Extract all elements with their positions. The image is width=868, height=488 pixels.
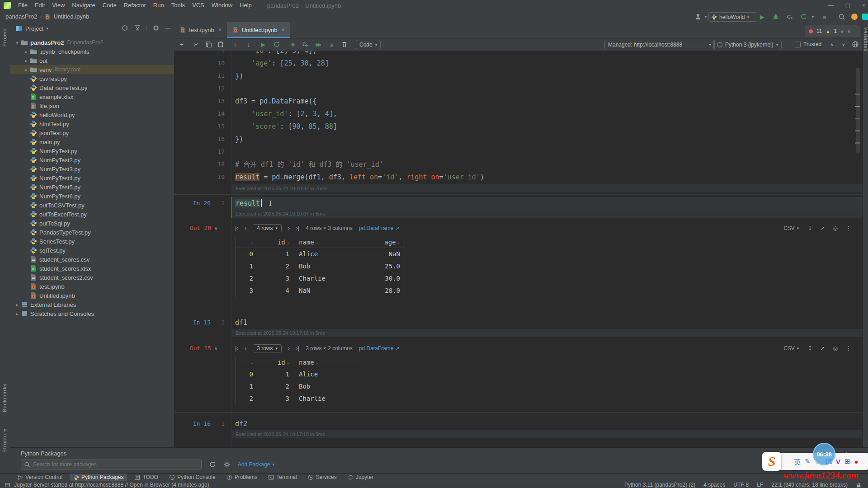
prev-problem-icon[interactable]: ∧ <box>840 29 844 34</box>
tree-item-pandastypetest-py[interactable]: PandasTypeTest.py <box>10 228 174 237</box>
tool-window-button-terminal[interactable]: Terminal <box>264 474 300 481</box>
project-panel-title[interactable]: Project <box>25 25 43 32</box>
more-options-icon[interactable]: ⋮ <box>846 345 851 352</box>
table-cell[interactable]: Alice <box>294 368 362 380</box>
next-cell-button[interactable]: ∨ <box>839 40 849 49</box>
code-line[interactable]: result = pd.merge(df1, df3, left_on='id'… <box>235 171 484 183</box>
menu-run[interactable]: Run <box>150 2 168 9</box>
tree-item-numpytest4-py[interactable]: NumPyTest4.py <box>10 174 174 183</box>
tree-item-student-scores2-csv[interactable]: student_scores2.csv <box>10 273 174 282</box>
cell-type-dropdown[interactable]: Code ▾ <box>356 40 381 49</box>
interrupt-kernel-button[interactable]: ■ <box>288 40 298 49</box>
profiler-button[interactable] <box>799 12 808 21</box>
locate-file-icon[interactable] <box>121 24 128 32</box>
tree-item-outtosql-py[interactable]: outToSql.py <box>10 219 174 228</box>
table-row[interactable]: 34NaN28.0 <box>236 285 405 297</box>
tree-item-example-xlsx[interactable]: Xexample.xlsx <box>10 92 174 101</box>
pager-prev-button[interactable]: ‹ <box>245 345 246 352</box>
more-options-icon[interactable]: ⋮ <box>846 225 851 231</box>
open-in-new-icon[interactable]: ↗ <box>820 225 825 231</box>
status-widget[interactable]: Python 3.11 (pandasPro2) (2) <box>624 482 695 488</box>
tree-item-test-ipynb[interactable]: test.ipynb <box>10 282 174 291</box>
tree-item-jsontest-py[interactable]: jsonTest.py <box>10 128 174 137</box>
table-cell[interactable]: 4 <box>258 285 294 297</box>
tree-item-numpytest5-py[interactable]: NumPyTest5.py <box>10 183 174 192</box>
table-cell[interactable]: 3 <box>258 272 294 285</box>
table-cell[interactable]: 1 <box>236 380 258 393</box>
table-cell[interactable]: 1 <box>258 368 294 380</box>
cut-cell-button[interactable]: ✂ <box>191 40 201 49</box>
packages-settings-icon[interactable] <box>223 461 231 468</box>
project-view-dropdown-icon[interactable]: ▾ <box>46 26 48 31</box>
table-row[interactable]: 01AliceNaN <box>236 248 405 260</box>
status-message[interactable]: Jupyter Server started at http://localho… <box>14 482 209 488</box>
view-options-icon[interactable]: ◎ <box>833 225 838 231</box>
dataframe-class-link[interactable]: pd.DataFrame ↗ <box>359 345 400 352</box>
input-cell[interactable]: result <box>232 197 863 210</box>
tree-item-outtocsvtest-py[interactable]: outToCSVTest.py <box>10 201 174 210</box>
tree-item-htmltest-py[interactable]: htmlTest.py <box>10 119 174 128</box>
tree-item-csvtest-py[interactable]: csvTest.py <box>10 74 174 83</box>
table-cell[interactable]: 0 <box>236 248 258 260</box>
table-cell[interactable]: 2 <box>258 380 294 393</box>
tree-item-scratches-and-consoles[interactable]: ▸Scratches and Consoles <box>10 309 174 318</box>
table-cell[interactable]: Bob <box>294 380 362 393</box>
tree-item-outtoexceltest-py[interactable]: outToExcelTest.py <box>10 210 174 219</box>
page-size-dropdown[interactable]: 4 rows▾ <box>253 224 282 232</box>
code-line[interactable]: # 合并 df1 的 'id' 和 df3 的 'user_id' <box>235 158 383 171</box>
tree-item-seriestest-py[interactable]: SeriesTest.py <box>10 237 174 246</box>
panel-settings-icon[interactable] <box>152 24 160 32</box>
status-widget[interactable]: 4 spaces <box>703 482 725 488</box>
menu-vcs[interactable]: VCS <box>189 2 208 9</box>
tab-close-icon[interactable]: × <box>281 27 284 33</box>
pager-next-button[interactable]: › <box>288 225 290 231</box>
tree-item-dataframetest-py[interactable]: DataFrameTest.py <box>10 83 174 92</box>
plugin-badge-icon[interactable] <box>850 12 859 21</box>
move-cell-up-button[interactable]: ↑ <box>230 40 240 49</box>
column-header-age[interactable]: age▾ <box>362 237 405 248</box>
tree-chevron-icon[interactable]: ▾ <box>14 40 20 45</box>
menu-view[interactable]: View <box>48 2 68 9</box>
next-problem-icon[interactable]: ∨ <box>847 29 850 34</box>
restart-kernel-button[interactable] <box>272 40 282 49</box>
tree-item-pandaspro2[interactable]: ▾pandasPro2D:\pandasPro2 <box>10 38 174 47</box>
pager-last-button[interactable]: ›| <box>296 345 299 352</box>
kernel-dropdown[interactable]: Python 3 (ipykernel) ▾ <box>713 40 782 49</box>
tool-window-button-problems[interactable]: Problems <box>223 474 261 481</box>
table-cell[interactable]: 0 <box>236 368 258 380</box>
move-cell-down-button[interactable]: ↓ <box>244 40 254 49</box>
ime-hot-icon[interactable]: ● <box>854 458 858 465</box>
column-header-name[interactable]: name▾ <box>294 237 362 248</box>
run-configuration-dropdown[interactable]: helloWorld ▾ <box>708 12 757 22</box>
open-in-new-icon[interactable]: ↗ <box>820 345 825 352</box>
ide-settings-icon[interactable] <box>861 12 868 21</box>
pager-first-button[interactable]: |‹ <box>235 225 238 231</box>
table-row[interactable]: 23Charlie <box>236 393 362 405</box>
input-cell[interactable]: df1 <box>232 316 863 329</box>
pager-prev-button[interactable]: ‹ <box>245 225 246 231</box>
tree-item-untitled-ipynb[interactable]: Untitled.ipynb <box>10 291 174 300</box>
tool-window-button-python-console[interactable]: Python Console <box>165 474 219 481</box>
table-cell[interactable]: 1 <box>236 260 258 272</box>
table-cell[interactable]: NaN <box>362 248 405 260</box>
table-cell[interactable]: Charlie <box>294 272 362 285</box>
status-widget[interactable]: LF <box>757 482 763 488</box>
run-cell-button[interactable]: ▶ <box>258 40 268 49</box>
restart-and-run-all-button[interactable]: C <box>301 40 311 49</box>
editor-tab-test-ipynb[interactable]: test.ipynb× <box>174 22 227 38</box>
page-size-dropdown[interactable]: 3 rows▾ <box>253 344 282 352</box>
tree-chevron-icon[interactable]: ▸ <box>14 311 20 316</box>
view-options-icon[interactable]: ◎ <box>833 345 838 352</box>
tree-item-out[interactable]: ▸out <box>10 56 174 65</box>
code-line[interactable]: }) <box>235 133 243 145</box>
table-cell[interactable]: 28.0 <box>362 285 405 297</box>
tree-item-venv[interactable]: ▸venvlibrary root <box>10 65 174 74</box>
clear-outputs-button[interactable]: ▲ <box>327 40 337 49</box>
tab-close-icon[interactable]: × <box>218 27 222 33</box>
code-line[interactable]: 'id': [2, 3, 4], <box>235 51 317 57</box>
previous-cell-button[interactable]: ∧ <box>827 40 837 49</box>
tool-stripe-variables[interactable]: Variables <box>863 27 868 52</box>
breadcrumb-project[interactable]: pandasPro2 <box>5 13 37 20</box>
tree-item-student-scores-xlsx[interactable]: Xstudent_scores.xlsx <box>10 264 174 273</box>
profiler-dropdown-icon[interactable]: ▾ <box>808 12 817 21</box>
